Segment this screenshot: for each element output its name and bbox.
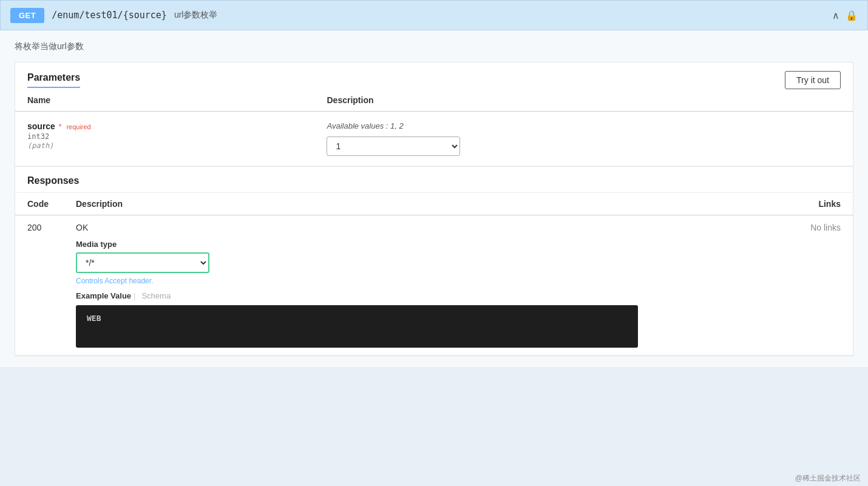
responses-header: Responses	[15, 167, 853, 193]
param-description-cell: Available values : 1, 2 1 2	[314, 112, 853, 166]
available-values: Available values : 1, 2	[327, 121, 841, 130]
lock-icon: 🔒	[846, 10, 858, 21]
response-code-200: 200	[15, 215, 64, 356]
media-type-label: Media type	[76, 240, 638, 249]
response-ok-text: OK	[76, 223, 638, 232]
endpoint-header: GET /enum/test01/{source} url参数枚举 ∧ 🔒	[0, 0, 868, 30]
subtitle-text: 将枚举当做url参数	[15, 41, 853, 52]
collapse-icon[interactable]: ∧	[832, 10, 839, 21]
parameters-header-row: Parameters Try it out	[15, 62, 853, 89]
header-actions: ∧ 🔒	[832, 10, 858, 21]
responses-col-links: Links	[650, 193, 853, 215]
response-links-200: No links	[650, 215, 853, 356]
response-row-200: 200 OK Media type */* Controls Accept he…	[15, 215, 853, 356]
param-name-cell: source * required int32 (path)	[15, 112, 314, 166]
footer-text: @稀土掘金技术社区	[795, 474, 861, 482]
param-name: source	[27, 121, 55, 131]
responses-table: Code Description Links 200 OK Media type…	[15, 193, 853, 356]
param-type: int32	[27, 132, 302, 141]
try-it-out-button[interactable]: Try it out	[785, 71, 841, 89]
params-col-description: Description	[314, 89, 853, 112]
parameters-title: Parameters	[27, 72, 80, 88]
responses-section: Responses Code Description Links 200 OK	[15, 167, 853, 356]
required-label: required	[66, 123, 90, 130]
responses-title: Responses	[27, 175, 79, 186]
endpoint-path: /enum/test01/{source}	[52, 10, 167, 21]
params-col-name: Name	[15, 89, 314, 112]
code-block: WEB	[76, 305, 638, 348]
responses-col-code: Code	[15, 193, 64, 215]
method-badge: GET	[10, 8, 44, 23]
page-wrapper: GET /enum/test01/{source} url参数枚举 ∧ 🔒 将枚…	[0, 0, 868, 486]
media-type-select[interactable]: */*	[76, 252, 209, 273]
params-table: Name Description source * required int32…	[15, 89, 853, 166]
response-description-200: OK Media type */* Controls Accept header…	[64, 215, 650, 356]
example-value-tab[interactable]: Example Value	[76, 291, 131, 300]
controls-accept-text: Controls Accept header.	[76, 277, 638, 285]
required-star: *	[59, 123, 62, 131]
example-schema-tabs: Example Value | Schema	[76, 291, 638, 300]
param-source-select[interactable]: 1 2	[327, 137, 460, 156]
parameters-section: Parameters Try it out Name Description s…	[15, 62, 853, 167]
content-area: 将枚举当做url参数 Parameters Try it out Name De…	[0, 30, 868, 367]
param-location: (path)	[27, 141, 302, 150]
tab-divider: |	[134, 291, 135, 300]
responses-col-description: Description	[64, 193, 650, 215]
code-block-content: WEB	[87, 314, 101, 323]
endpoint-description: url参数枚举	[174, 10, 825, 21]
schema-tab[interactable]: Schema	[141, 291, 171, 300]
param-row: source * required int32 (path) Available…	[15, 112, 853, 166]
page-footer: @稀土掘金技术社区	[788, 471, 868, 486]
